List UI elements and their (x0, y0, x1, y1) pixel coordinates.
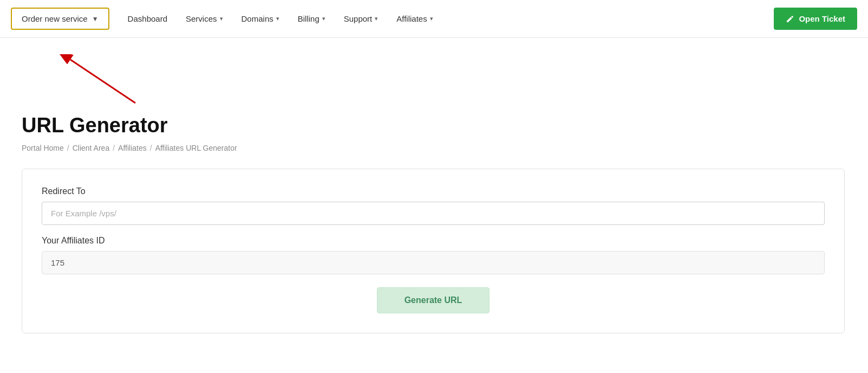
generate-url-button[interactable]: Generate URL (377, 287, 490, 313)
breadcrumb-current: Affiliates URL Generator (155, 144, 237, 152)
arrow-annotation (22, 54, 846, 108)
billing-caret-icon: ▾ (322, 15, 325, 22)
red-arrow-icon (54, 54, 162, 108)
page-title: URL Generator (22, 114, 846, 137)
redirect-to-input[interactable] (42, 202, 825, 225)
breadcrumb-sep-3: / (150, 144, 152, 152)
breadcrumb: Portal Home / Client Area / Affiliates /… (22, 144, 846, 152)
affiliates-id-group: Your Affiliates ID (42, 236, 825, 274)
breadcrumb-sep-2: / (113, 144, 115, 152)
order-btn-caret: ▼ (92, 15, 99, 23)
affiliates-caret-icon: ▾ (430, 15, 433, 22)
domains-caret-icon: ▾ (276, 15, 279, 22)
nav-item-label-support: Support (344, 14, 373, 23)
generate-btn-wrapper: Generate URL (42, 287, 825, 313)
order-btn-label: Order new service (22, 14, 88, 23)
affiliates-id-label: Your Affiliates ID (42, 236, 825, 246)
order-new-service-button[interactable]: Order new service ▼ (11, 8, 109, 30)
pencil-icon (786, 15, 794, 23)
breadcrumb-sep-1: / (67, 144, 69, 152)
url-generator-card: Redirect To Your Affiliates ID Generate … (22, 169, 845, 333)
affiliates-id-input (42, 251, 825, 274)
main-content: URL Generator Portal Home / Client Area … (0, 38, 868, 350)
breadcrumb-affiliates[interactable]: Affiliates (118, 144, 147, 152)
redirect-to-group: Redirect To (42, 186, 825, 225)
open-ticket-label: Open Ticket (799, 14, 845, 23)
services-caret-icon: ▾ (220, 15, 223, 22)
nav-item-affiliates[interactable]: Affiliates ▾ (389, 10, 440, 28)
generate-url-label: Generate URL (404, 295, 462, 305)
navbar: Order new service ▼ Dashboard Services ▾… (0, 0, 868, 38)
nav-menu: Dashboard Services ▾ Domains ▾ Billing ▾… (120, 10, 774, 28)
nav-item-label-domains: Domains (242, 14, 273, 23)
nav-item-billing[interactable]: Billing ▾ (290, 10, 333, 28)
nav-item-label-dashboard: Dashboard (128, 14, 167, 23)
support-caret-icon: ▾ (375, 15, 378, 22)
nav-item-domains[interactable]: Domains ▾ (234, 10, 287, 28)
open-ticket-button[interactable]: Open Ticket (774, 8, 857, 30)
breadcrumb-portal-home[interactable]: Portal Home (22, 144, 64, 152)
nav-item-dashboard[interactable]: Dashboard (120, 10, 175, 28)
svg-line-1 (70, 60, 135, 103)
nav-item-services[interactable]: Services ▾ (178, 10, 231, 28)
nav-item-label-services: Services (186, 14, 217, 23)
nav-item-support[interactable]: Support ▾ (336, 10, 386, 28)
nav-item-label-billing: Billing (298, 14, 319, 23)
redirect-to-label: Redirect To (42, 186, 825, 196)
nav-item-label-affiliates: Affiliates (396, 14, 427, 23)
breadcrumb-client-area[interactable]: Client Area (73, 144, 109, 152)
